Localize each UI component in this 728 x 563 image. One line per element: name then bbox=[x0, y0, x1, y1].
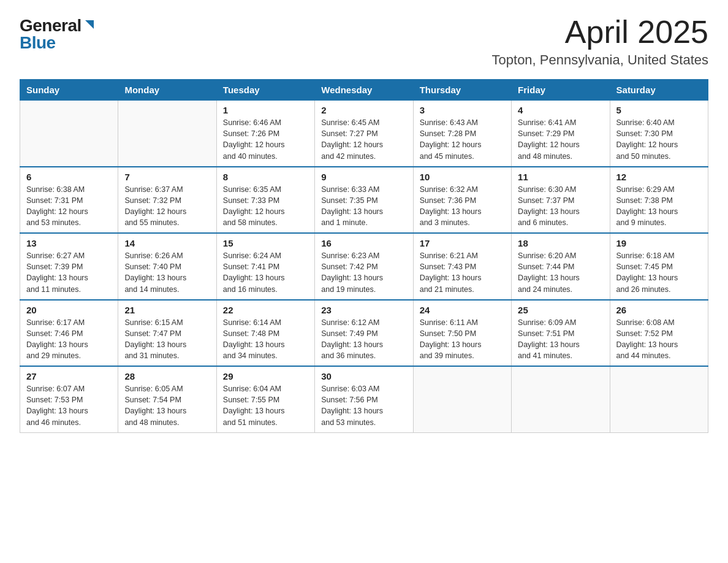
day-info: Sunrise: 6:11 AM Sunset: 7:50 PM Dayligh… bbox=[420, 317, 505, 362]
day-info: Sunrise: 6:40 AM Sunset: 7:30 PM Dayligh… bbox=[616, 117, 702, 162]
calendar-cell: 17Sunrise: 6:21 AM Sunset: 7:43 PM Dayli… bbox=[413, 233, 511, 300]
calendar-cell: 14Sunrise: 6:26 AM Sunset: 7:40 PM Dayli… bbox=[118, 233, 216, 300]
day-info: Sunrise: 6:04 AM Sunset: 7:55 PM Dayligh… bbox=[223, 383, 308, 428]
day-number: 13 bbox=[26, 238, 112, 248]
day-info: Sunrise: 6:24 AM Sunset: 7:41 PM Dayligh… bbox=[223, 250, 308, 295]
calendar-cell: 5Sunrise: 6:40 AM Sunset: 7:30 PM Daylig… bbox=[610, 101, 708, 167]
day-number: 12 bbox=[616, 172, 702, 182]
calendar-cell: 8Sunrise: 6:35 AM Sunset: 7:33 PM Daylig… bbox=[216, 167, 314, 234]
calendar-header-friday: Friday bbox=[512, 80, 610, 101]
day-number: 7 bbox=[124, 172, 210, 182]
calendar-header-monday: Monday bbox=[118, 80, 216, 101]
calendar-cell: 15Sunrise: 6:24 AM Sunset: 7:41 PM Dayli… bbox=[216, 233, 314, 300]
day-number: 28 bbox=[124, 371, 210, 381]
calendar-cell: 27Sunrise: 6:07 AM Sunset: 7:53 PM Dayli… bbox=[20, 366, 118, 432]
calendar-header-saturday: Saturday bbox=[610, 80, 708, 101]
day-info: Sunrise: 6:26 AM Sunset: 7:40 PM Dayligh… bbox=[124, 250, 210, 295]
calendar-header-wednesday: Wednesday bbox=[315, 80, 413, 101]
day-number: 3 bbox=[420, 105, 505, 115]
day-info: Sunrise: 6:12 AM Sunset: 7:49 PM Dayligh… bbox=[321, 317, 406, 362]
day-info: Sunrise: 6:32 AM Sunset: 7:36 PM Dayligh… bbox=[420, 184, 505, 229]
calendar-header-sunday: Sunday bbox=[20, 80, 118, 101]
calendar-cell: 18Sunrise: 6:20 AM Sunset: 7:44 PM Dayli… bbox=[512, 233, 610, 300]
day-info: Sunrise: 6:38 AM Sunset: 7:31 PM Dayligh… bbox=[26, 184, 112, 229]
day-number: 29 bbox=[223, 371, 308, 381]
day-number: 22 bbox=[223, 305, 308, 315]
day-number: 6 bbox=[26, 172, 112, 182]
day-number: 2 bbox=[321, 105, 406, 115]
day-info: Sunrise: 6:35 AM Sunset: 7:33 PM Dayligh… bbox=[223, 184, 308, 229]
day-info: Sunrise: 6:37 AM Sunset: 7:32 PM Dayligh… bbox=[124, 184, 210, 229]
day-number: 8 bbox=[223, 172, 308, 182]
calendar-cell: 20Sunrise: 6:17 AM Sunset: 7:46 PM Dayli… bbox=[20, 300, 118, 367]
day-info: Sunrise: 6:21 AM Sunset: 7:43 PM Dayligh… bbox=[420, 250, 505, 295]
day-info: Sunrise: 6:20 AM Sunset: 7:44 PM Dayligh… bbox=[518, 250, 603, 295]
day-number: 24 bbox=[420, 305, 505, 315]
day-number: 23 bbox=[321, 305, 406, 315]
calendar-cell: 19Sunrise: 6:18 AM Sunset: 7:45 PM Dayli… bbox=[610, 233, 708, 300]
day-number: 1 bbox=[223, 105, 308, 115]
calendar-header-row: SundayMondayTuesdayWednesdayThursdayFrid… bbox=[20, 80, 708, 101]
calendar-cell: 1Sunrise: 6:46 AM Sunset: 7:26 PM Daylig… bbox=[216, 101, 314, 167]
calendar-cell: 25Sunrise: 6:09 AM Sunset: 7:51 PM Dayli… bbox=[512, 300, 610, 367]
day-number: 30 bbox=[321, 371, 406, 381]
day-number: 21 bbox=[124, 305, 210, 315]
day-number: 18 bbox=[518, 238, 603, 248]
calendar-cell: 29Sunrise: 6:04 AM Sunset: 7:55 PM Dayli… bbox=[216, 366, 314, 432]
day-info: Sunrise: 6:29 AM Sunset: 7:38 PM Dayligh… bbox=[616, 184, 702, 229]
calendar-cell: 11Sunrise: 6:30 AM Sunset: 7:37 PM Dayli… bbox=[512, 167, 610, 234]
day-number: 17 bbox=[420, 238, 505, 248]
calendar-cell: 6Sunrise: 6:38 AM Sunset: 7:31 PM Daylig… bbox=[20, 167, 118, 234]
calendar-cell bbox=[118, 101, 216, 167]
day-number: 10 bbox=[420, 172, 505, 182]
calendar-cell: 16Sunrise: 6:23 AM Sunset: 7:42 PM Dayli… bbox=[315, 233, 413, 300]
calendar-cell: 3Sunrise: 6:43 AM Sunset: 7:28 PM Daylig… bbox=[413, 101, 511, 167]
calendar-cell: 24Sunrise: 6:11 AM Sunset: 7:50 PM Dayli… bbox=[413, 300, 511, 367]
calendar-cell: 10Sunrise: 6:32 AM Sunset: 7:36 PM Dayli… bbox=[413, 167, 511, 234]
day-number: 5 bbox=[616, 105, 702, 115]
calendar-cell: 22Sunrise: 6:14 AM Sunset: 7:48 PM Dayli… bbox=[216, 300, 314, 367]
day-info: Sunrise: 6:45 AM Sunset: 7:27 PM Dayligh… bbox=[321, 117, 406, 162]
day-info: Sunrise: 6:18 AM Sunset: 7:45 PM Dayligh… bbox=[616, 250, 702, 295]
calendar-cell: 21Sunrise: 6:15 AM Sunset: 7:47 PM Dayli… bbox=[118, 300, 216, 367]
calendar-table: SundayMondayTuesdayWednesdayThursdayFrid… bbox=[20, 79, 708, 433]
calendar-week-row: 1Sunrise: 6:46 AM Sunset: 7:26 PM Daylig… bbox=[20, 101, 708, 167]
calendar-cell: 28Sunrise: 6:05 AM Sunset: 7:54 PM Dayli… bbox=[118, 366, 216, 432]
calendar-week-row: 13Sunrise: 6:27 AM Sunset: 7:39 PM Dayli… bbox=[20, 233, 708, 300]
day-number: 11 bbox=[518, 172, 603, 182]
day-info: Sunrise: 6:08 AM Sunset: 7:52 PM Dayligh… bbox=[616, 317, 702, 362]
day-info: Sunrise: 6:05 AM Sunset: 7:54 PM Dayligh… bbox=[124, 383, 210, 428]
day-info: Sunrise: 6:09 AM Sunset: 7:51 PM Dayligh… bbox=[518, 317, 603, 362]
day-info: Sunrise: 6:27 AM Sunset: 7:39 PM Dayligh… bbox=[26, 250, 112, 295]
day-info: Sunrise: 6:03 AM Sunset: 7:56 PM Dayligh… bbox=[321, 383, 406, 428]
calendar-week-row: 6Sunrise: 6:38 AM Sunset: 7:31 PM Daylig… bbox=[20, 167, 708, 234]
day-number: 14 bbox=[124, 238, 210, 248]
calendar-cell bbox=[610, 366, 708, 432]
page-header: General Blue April 2025 Topton, Pennsylv… bbox=[20, 15, 708, 68]
day-number: 20 bbox=[26, 305, 112, 315]
calendar-cell: 12Sunrise: 6:29 AM Sunset: 7:38 PM Dayli… bbox=[610, 167, 708, 234]
day-number: 15 bbox=[223, 238, 308, 248]
calendar-week-row: 20Sunrise: 6:17 AM Sunset: 7:46 PM Dayli… bbox=[20, 300, 708, 367]
calendar-cell: 23Sunrise: 6:12 AM Sunset: 7:49 PM Dayli… bbox=[315, 300, 413, 367]
day-info: Sunrise: 6:33 AM Sunset: 7:35 PM Dayligh… bbox=[321, 184, 406, 229]
day-number: 9 bbox=[321, 172, 406, 182]
day-info: Sunrise: 6:17 AM Sunset: 7:46 PM Dayligh… bbox=[26, 317, 112, 362]
day-info: Sunrise: 6:14 AM Sunset: 7:48 PM Dayligh… bbox=[223, 317, 308, 362]
calendar-cell: 26Sunrise: 6:08 AM Sunset: 7:52 PM Dayli… bbox=[610, 300, 708, 367]
day-number: 16 bbox=[321, 238, 406, 248]
calendar-cell: 4Sunrise: 6:41 AM Sunset: 7:29 PM Daylig… bbox=[512, 101, 610, 167]
calendar-cell bbox=[20, 101, 118, 167]
logo-triangle-icon bbox=[83, 18, 96, 31]
day-number: 25 bbox=[518, 305, 603, 315]
calendar-cell bbox=[413, 366, 511, 432]
calendar-cell: 13Sunrise: 6:27 AM Sunset: 7:39 PM Dayli… bbox=[20, 233, 118, 300]
calendar-cell bbox=[512, 366, 610, 432]
day-info: Sunrise: 6:43 AM Sunset: 7:28 PM Dayligh… bbox=[420, 117, 505, 162]
day-number: 4 bbox=[518, 105, 603, 115]
logo-blue-text: Blue bbox=[20, 34, 56, 52]
day-number: 26 bbox=[616, 305, 702, 315]
calendar-header-tuesday: Tuesday bbox=[216, 80, 314, 101]
month-title: April 2025 bbox=[492, 15, 708, 50]
day-number: 19 bbox=[616, 238, 702, 248]
